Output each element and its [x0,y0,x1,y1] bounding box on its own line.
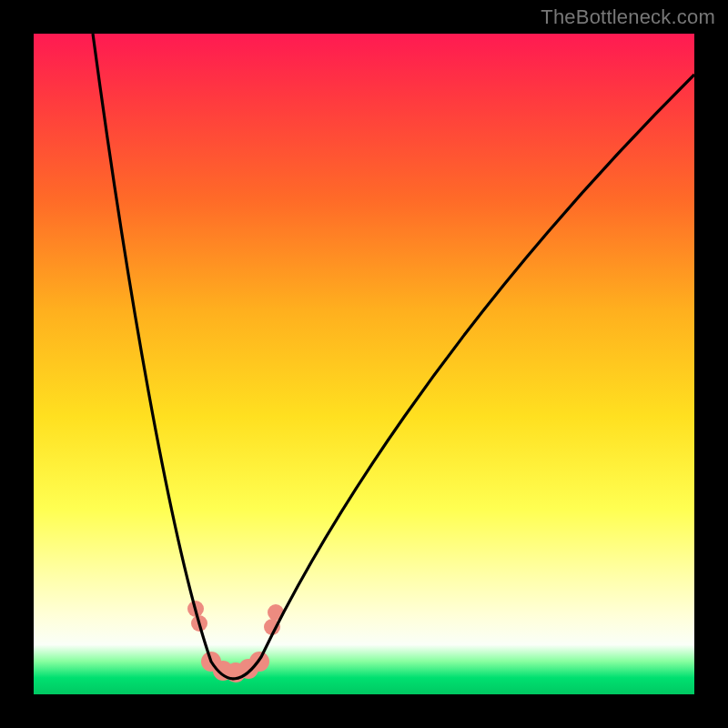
bottleneck-curve [93,34,694,679]
watermark-text: TheBottleneck.com [541,5,715,29]
gradient-plot-area [34,34,694,694]
chart-svg [34,34,694,694]
